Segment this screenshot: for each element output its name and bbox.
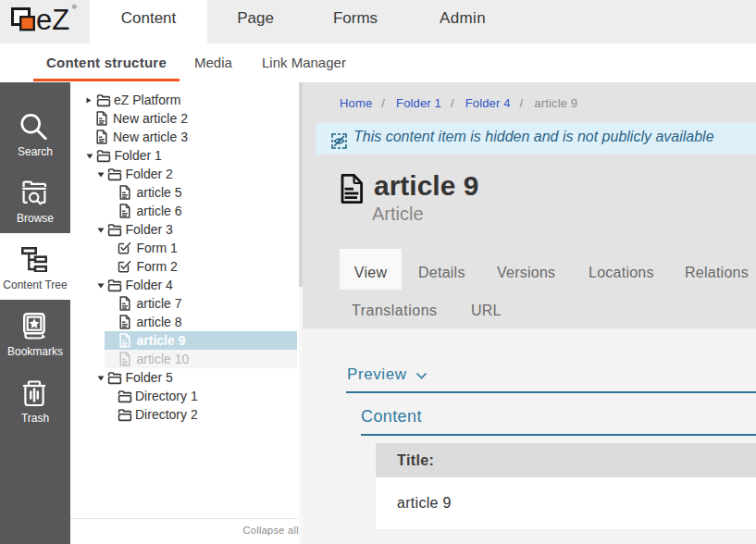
svg-text:R: R	[73, 5, 76, 9]
svg-text:eZ: eZ	[36, 4, 69, 36]
